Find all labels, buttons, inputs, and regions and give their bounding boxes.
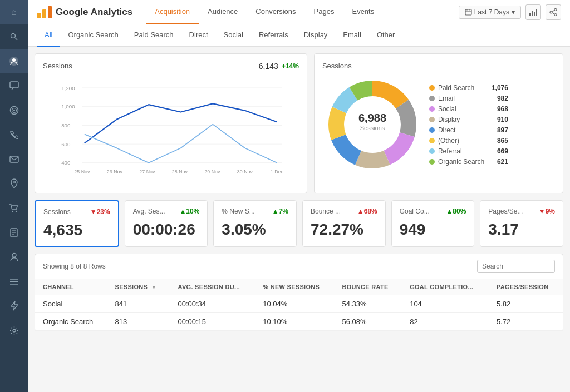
metric-card-sessions[interactable]: Sessions ▼23% 4,635 <box>35 200 119 247</box>
col-header-sessions[interactable]: Sessions ▼ <box>107 279 170 295</box>
sidebar-icon-search[interactable] <box>0 24 28 49</box>
metric-name-new-sessions: % New S... <box>222 207 254 215</box>
legend-item-direct: Direct 897 <box>429 126 508 134</box>
metric-header-new-sessions: % New S... ▲7% <box>222 207 288 215</box>
sidebar-icon-person[interactable] <box>0 245 28 269</box>
svg-point-0 <box>11 34 16 38</box>
legend-dot-referral <box>429 148 435 154</box>
subtab-other[interactable]: Other <box>369 24 403 47</box>
subtab-referrals[interactable]: Referrals <box>251 24 296 47</box>
donut-chart-title: Sessions <box>322 62 352 70</box>
metric-card-pages-per-session[interactable]: Pages/Se... ▼9% 3.17 <box>480 200 563 247</box>
subtab-display[interactable]: Display <box>296 24 336 47</box>
subtab-direct[interactable]: Direct <box>181 24 216 47</box>
metric-card-goal-completions[interactable]: Goal Co... ▲80% 949 <box>391 200 475 247</box>
sidebar-icon-chat[interactable] <box>0 73 28 98</box>
date-range-button[interactable]: Last 7 Days ▾ <box>459 6 521 19</box>
sidebar-icon-email[interactable] <box>0 147 28 171</box>
content-area: Sessions 6,143 +14% 1,200 1,000 800 600 … <box>28 47 570 392</box>
legend-item-paid-search: Paid Search 1,076 <box>429 84 508 92</box>
svg-line-35 <box>552 12 554 14</box>
nav-tab-acquisition[interactable]: Acquisition <box>146 0 199 24</box>
chart-type-button[interactable] <box>525 4 541 20</box>
table-header-row: Channel Sessions ▼ Avg. Session Du... % … <box>35 279 563 295</box>
legend-dot-email <box>429 96 435 101</box>
share-button[interactable] <box>546 4 561 20</box>
sidebar-icon-location[interactable] <box>0 171 28 196</box>
svg-rect-4 <box>10 82 18 88</box>
nav-tab-events[interactable]: Events <box>343 0 383 24</box>
metric-card-avg-session[interactable]: Avg. Ses... ▲10% 00:00:26 <box>125 200 208 247</box>
legend-val-paid-search: 1,076 <box>492 84 508 92</box>
sidebar-icon-home[interactable]: ⌂ <box>0 0 28 24</box>
subtab-organic-search[interactable]: Organic Search <box>60 24 126 47</box>
svg-rect-29 <box>532 11 533 16</box>
metric-name-goal-completions: Goal Co... <box>400 207 430 215</box>
nav-tab-conversions[interactable]: Conversions <box>247 0 304 24</box>
subtabs: All Organic Search Paid Search Direct So… <box>28 24 570 47</box>
metric-change-new-sessions: ▲7% <box>272 207 288 215</box>
legend-val-referral: 669 <box>497 147 508 155</box>
sidebar-icon-cart[interactable] <box>0 196 28 220</box>
metric-name-sessions: Sessions <box>43 208 71 216</box>
sidebar-icon-flash[interactable] <box>0 294 28 318</box>
sidebar-icon-list[interactable] <box>0 269 28 294</box>
subtab-all[interactable]: All <box>37 24 60 47</box>
svg-text:25 Nov: 25 Nov <box>74 169 90 175</box>
metric-change-sessions: ▼23% <box>90 208 110 216</box>
col-header-goal: Goal Completio... <box>402 279 489 295</box>
metric-change-goal-completions: ▲80% <box>446 207 466 215</box>
legend-label-organic-search: Organic Search <box>438 158 494 166</box>
donut-chart-card: Sessions <box>314 53 563 193</box>
svg-rect-30 <box>534 12 535 16</box>
sort-arrow-sessions: ▼ <box>151 284 157 290</box>
metric-name-avg-session: Avg. Ses... <box>133 207 165 215</box>
svg-text:1,200: 1,200 <box>61 85 75 91</box>
legend-dot-organic-search <box>429 159 435 165</box>
nav-tab-audience[interactable]: Audience <box>199 0 247 24</box>
legend-label-direct: Direct <box>438 126 494 134</box>
sidebar-icon-active-user[interactable] <box>0 49 28 73</box>
svg-point-32 <box>554 8 557 11</box>
svg-line-1 <box>15 38 17 40</box>
legend-item-social: Social 968 <box>429 105 508 113</box>
legend-item-other: (Other) 865 <box>429 137 508 145</box>
col-header-channel: Channel <box>35 279 107 295</box>
subtab-email[interactable]: Email <box>335 24 369 47</box>
svg-text:29 Nov: 29 Nov <box>204 169 220 175</box>
nav-tab-pages[interactable]: Pages <box>305 0 343 24</box>
subtab-paid-search[interactable]: Paid Search <box>126 24 181 47</box>
table-search-input[interactable] <box>477 260 555 273</box>
legend-label-social: Social <box>438 105 494 113</box>
cell-sessions: 813 <box>107 313 170 331</box>
legend-dot-paid-search <box>429 85 435 91</box>
cell-sessions: 841 <box>107 295 170 313</box>
metric-change-bounce-rate: ▲68% <box>357 207 377 215</box>
svg-rect-31 <box>536 9 537 16</box>
sidebar-icon-document[interactable] <box>0 220 28 245</box>
svg-text:Sessions: Sessions <box>360 125 385 131</box>
svg-rect-24 <box>465 9 471 15</box>
svg-point-20 <box>13 329 16 332</box>
sidebar-icon-phone[interactable] <box>0 122 28 147</box>
metric-change-pages-per-session: ▼9% <box>539 207 555 215</box>
donut-wrapper: 6,988 Sessions <box>322 75 422 175</box>
sidebar-icon-settings[interactable] <box>0 318 28 343</box>
svg-text:30 Nov: 30 Nov <box>237 169 253 175</box>
metric-header-bounce-rate: Bounce ... ▲68% <box>311 207 377 215</box>
table-row: Organic Search 813 00:00:15 10.10% 56.08… <box>35 313 563 331</box>
donut-chart-header: Sessions <box>322 62 555 70</box>
sidebar-icon-target[interactable] <box>0 98 28 122</box>
metric-card-bounce-rate[interactable]: Bounce ... ▲68% 72.27% <box>302 200 386 247</box>
metric-card-new-sessions[interactable]: % New S... ▲7% 3.05% <box>213 200 297 247</box>
svg-point-3 <box>12 58 16 62</box>
subtab-social[interactable]: Social <box>216 24 251 47</box>
table-header: Showing 8 of 8 Rows <box>35 254 563 279</box>
metric-value-bounce-rate: 72.27% <box>311 221 377 239</box>
line-chart-title: Sessions <box>43 62 72 70</box>
cell-avg-session: 00:00:15 <box>170 313 255 331</box>
metric-header-avg-session: Avg. Ses... ▲10% <box>133 207 200 215</box>
col-header-pages: Pages/Session <box>489 279 563 295</box>
cell-goal: 104 <box>402 295 489 313</box>
cell-pct-new: 10.10% <box>255 313 334 331</box>
